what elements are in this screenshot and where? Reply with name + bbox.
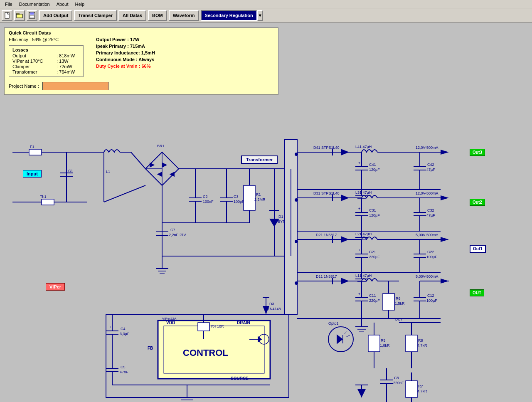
svg-text:220µF: 220µF — [369, 298, 380, 303]
svg-text:L1: L1 — [106, 170, 110, 174]
viper-box: VIPer — [46, 283, 65, 291]
svg-text:220µF: 220µF — [369, 255, 380, 259]
svg-marker-232 — [337, 334, 343, 344]
svg-text:▶: ▶ — [157, 171, 162, 178]
open-button[interactable] — [14, 10, 25, 21]
svg-text:D31 STPS1L40: D31 STPS1L40 — [313, 191, 340, 195]
svg-rect-0 — [5, 12, 9, 18]
out3-button[interactable]: Out3 — [470, 149, 485, 156]
svg-text:D11 1N5817: D11 1N5817 — [316, 274, 337, 279]
svg-text:C21: C21 — [369, 250, 376, 254]
svg-text:VIPer22A: VIPer22A — [162, 317, 177, 321]
svg-rect-5 — [30, 15, 34, 18]
svg-text:C41: C41 — [369, 163, 376, 167]
svg-rect-90 — [383, 293, 394, 310]
svg-text:+: + — [110, 325, 112, 329]
svg-text:▶: ▶ — [169, 171, 175, 178]
svg-text:+: + — [358, 207, 360, 211]
svg-text:C2: C2 — [203, 195, 208, 199]
svg-text:D3: D3 — [269, 302, 274, 306]
svg-text:▶: ▶ — [150, 161, 155, 168]
svg-text:L31 47µH: L31 47µH — [355, 190, 372, 195]
svg-text:L41 47µH: L41 47µH — [355, 145, 372, 149]
secondary-regulation-dropdown[interactable]: ▼ — [257, 10, 263, 21]
svg-text:+: + — [358, 248, 360, 252]
bom-button[interactable]: BOM — [148, 10, 167, 21]
svg-text:220nF: 220nF — [393, 381, 404, 385]
svg-text:F1: F1 — [30, 145, 34, 149]
svg-text:C32: C32 — [427, 208, 434, 212]
svg-text:C22: C22 — [427, 250, 434, 254]
svg-line-234 — [344, 331, 347, 334]
transil-clamper-button[interactable]: Transil Clamper — [74, 10, 117, 21]
svg-text:C4: C4 — [121, 327, 126, 331]
toolbar: Add Output Transil Clamper All Datas BOM… — [0, 8, 532, 23]
transformer-box: Transformer — [241, 155, 278, 164]
svg-text:C3: C3 — [234, 195, 239, 199]
svg-text:L11 47µH: L11 47µH — [355, 274, 372, 278]
svg-text:100µF: 100µF — [426, 255, 437, 259]
svg-point-74 — [295, 281, 298, 285]
svg-text:47µF: 47µF — [426, 213, 435, 217]
svg-marker-106 — [441, 279, 449, 284]
menu-file[interactable]: File — [2, 1, 16, 7]
svg-text:C11: C11 — [369, 293, 376, 298]
svg-marker-76 — [341, 278, 349, 284]
svg-marker-134 — [441, 237, 449, 242]
svg-rect-243 — [406, 335, 417, 352]
out1-button[interactable]: Out1 — [470, 245, 486, 253]
svg-text:+: + — [358, 292, 360, 296]
save-button[interactable] — [27, 10, 37, 21]
secondary-regulation-button[interactable]: Secondary Regulation — [201, 10, 257, 21]
svg-text:VDD: VDD — [166, 321, 175, 325]
svg-text:47nF: 47nF — [120, 370, 128, 374]
all-datas-button[interactable]: All Datas — [118, 10, 146, 21]
svg-text:R8: R8 — [418, 338, 423, 343]
svg-text:D1: D1 — [278, 215, 283, 219]
svg-text:47µF: 47µF — [426, 168, 435, 172]
svg-text:▶: ▶ — [162, 161, 167, 168]
add-output-button[interactable]: Add Output — [39, 10, 72, 21]
svg-text:100nF: 100nF — [203, 200, 214, 204]
svg-rect-4 — [30, 12, 34, 15]
svg-text:CONTROL: CONTROL — [183, 348, 228, 358]
out-main-button[interactable]: OUT — [470, 289, 484, 296]
svg-text:R6: R6 — [396, 296, 401, 301]
svg-text:1,5kR: 1,5kR — [395, 301, 405, 306]
svg-text:1N4148: 1N4148 — [268, 307, 281, 311]
svg-line-235 — [346, 335, 350, 337]
svg-text:100µF: 100µF — [426, 298, 437, 303]
menu-documentation[interactable]: Documentation — [16, 1, 53, 7]
svg-text:DRAIN: DRAIN — [237, 321, 250, 325]
svg-text:C31: C31 — [369, 208, 376, 212]
svg-text:Opto1: Opto1 — [328, 321, 339, 326]
svg-text:R7: R7 — [418, 384, 423, 388]
svg-rect-238 — [368, 335, 380, 352]
svg-line-30 — [104, 185, 145, 202]
svg-text:OUT: OUT — [395, 317, 403, 321]
svg-text:5,00V-500mA: 5,00V-500mA — [416, 274, 438, 279]
circuit-diagram: F1 Th1 C1 L1 ▶ ▶ ▶ ▶ BR1 — [0, 23, 532, 402]
svg-text:SOURCE: SOURCE — [231, 376, 249, 381]
svg-text:4,7kR: 4,7kR — [417, 389, 427, 393]
input-box: Input — [23, 170, 42, 178]
menu-help[interactable]: Help — [71, 1, 88, 7]
out2-button[interactable]: Out2 — [470, 199, 485, 206]
svg-text:12,0V-500mA: 12,0V-500mA — [416, 146, 438, 150]
svg-marker-162 — [441, 195, 449, 200]
menu-about[interactable]: About — [53, 1, 72, 7]
svg-rect-51 — [244, 185, 255, 210]
svg-text:C8: C8 — [394, 376, 399, 380]
svg-text:L21 47µH: L21 47µH — [355, 232, 372, 236]
svg-text:C7: C7 — [170, 228, 175, 232]
svg-text:C12: C12 — [427, 293, 434, 298]
svg-text:R5: R5 — [381, 338, 386, 343]
svg-text:FB: FB — [148, 346, 153, 350]
waveform-button[interactable]: Waveform — [169, 10, 199, 21]
svg-text:5,00V-500mA: 5,00V-500mA — [416, 233, 438, 237]
svg-rect-7 — [29, 149, 42, 155]
svg-point-137 — [295, 198, 298, 202]
svg-marker-190 — [441, 150, 449, 155]
new-button[interactable] — [2, 10, 12, 21]
svg-text:C1: C1 — [68, 169, 73, 173]
